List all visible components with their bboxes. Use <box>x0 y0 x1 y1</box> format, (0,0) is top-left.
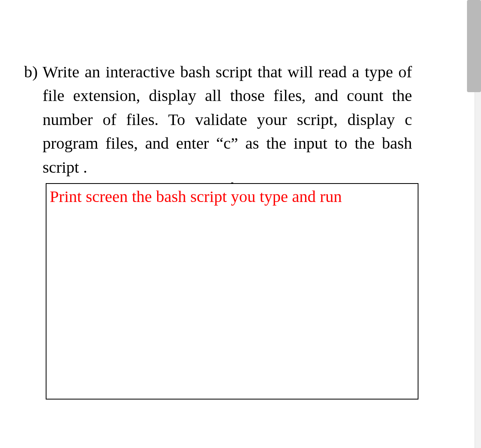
instruction-text: Print screen the bash script you type an… <box>50 186 414 208</box>
dash-mark: - <box>231 178 234 187</box>
question-block: b) Write an interactive bash script that… <box>24 60 412 179</box>
answer-box: Print screen the bash script you type an… <box>46 183 418 400</box>
scrollbar-thumb[interactable] <box>467 0 481 92</box>
question-label: b) <box>24 60 38 84</box>
question-text: Write an interactive bash script that wi… <box>42 60 412 179</box>
document-page: b) Write an interactive bash script that… <box>0 0 436 448</box>
